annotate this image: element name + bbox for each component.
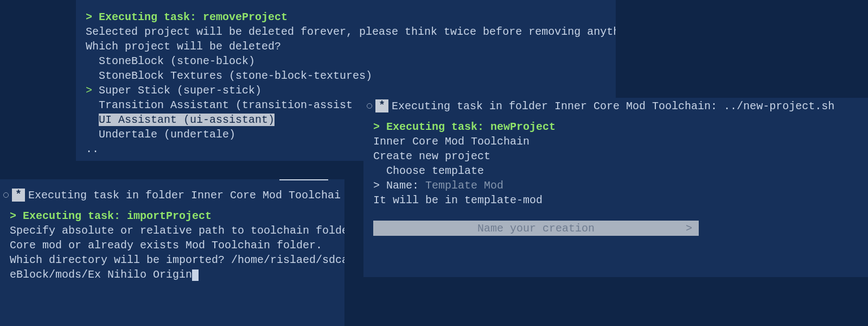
input-placeholder: Name your creation <box>477 221 595 236</box>
task-title-bar: * Executing task in folder Inner Core Mo… <box>0 187 344 203</box>
question-text: Which project will be deleted? <box>86 39 606 54</box>
star-icon: * <box>375 99 388 112</box>
terminal-import-project: * Executing task in folder Inner Core Mo… <box>0 179 344 326</box>
output-text: Inner Core Mod Toolchain <box>373 134 858 149</box>
list-item[interactable]: StoneBlock (stone-block) <box>86 54 606 68</box>
task-title-bar: * Executing task in folder Inner Core Mo… <box>363 98 868 114</box>
divider <box>279 179 328 180</box>
circle-icon <box>367 103 372 109</box>
output-text: Core mod or already exists Mod Toolchain… <box>10 238 335 253</box>
terminal-output: > Executing task: newProject Inner Core … <box>363 114 868 243</box>
task-header: > Executing task: newProject <box>373 120 858 134</box>
cursor-icon <box>192 269 199 281</box>
name-input-field[interactable]: Name your creation > <box>373 221 699 236</box>
chevron-right-icon[interactable]: > <box>686 221 692 236</box>
terminal-new-project: * Executing task in folder Inner Core Mo… <box>363 98 868 277</box>
warning-text: Selected project will be deleted forever… <box>86 24 606 39</box>
output-text: It will be in template-mod <box>373 193 858 208</box>
directory-input-continued[interactable]: eBlock/mods/Ex Nihilo Origin <box>10 267 335 282</box>
output-text: Specify absolute or relative path to too… <box>10 223 335 238</box>
task-bar-text: Executing task in folder Inner Core Mod … <box>28 188 341 203</box>
output-text: Create new project <box>373 149 858 164</box>
name-input-ghost[interactable]: Template Mod <box>425 179 503 192</box>
list-item[interactable]: StoneBlock Textures (stone-block-texture… <box>86 68 606 83</box>
directory-prompt[interactable]: Which directory will be imported? /home/… <box>10 253 335 267</box>
task-header: > Executing task: importProject <box>10 209 335 223</box>
star-icon: * <box>12 189 25 202</box>
task-bar-text: Executing task in folder Inner Core Mod … <box>392 99 834 114</box>
choose-template-option[interactable]: Choose template <box>373 164 858 178</box>
name-prompt-line[interactable]: > Name: Template Mod <box>373 178 858 193</box>
terminal-output: > Executing task: importProject Specify … <box>0 203 344 290</box>
circle-icon <box>3 192 9 198</box>
task-header: > Executing task: removeProject <box>86 10 606 24</box>
list-item-selected[interactable]: > Super Stick (super-stick) <box>86 83 606 98</box>
